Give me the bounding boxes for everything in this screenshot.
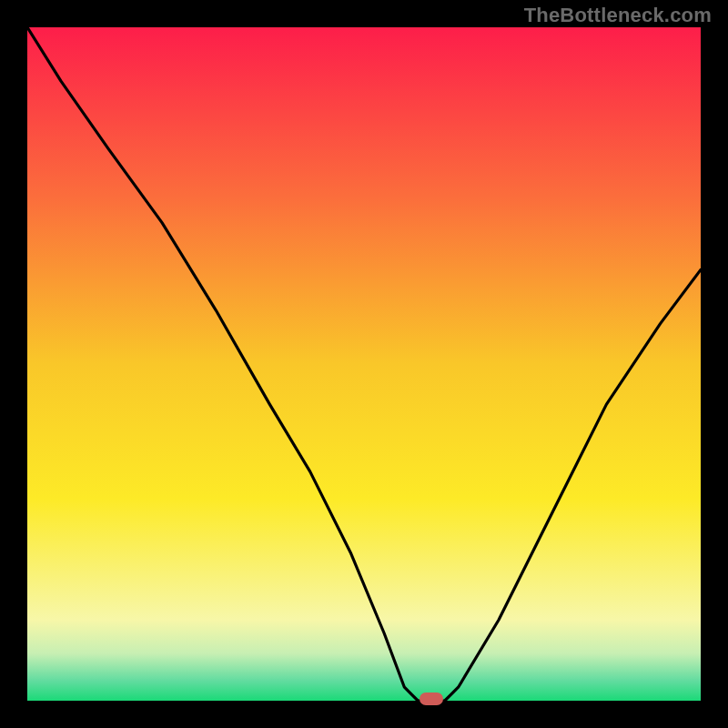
chart-plot <box>27 27 701 701</box>
optimal-marker <box>420 693 443 705</box>
watermark-text: TheBottleneck.com <box>524 4 712 27</box>
chart-background <box>27 27 701 701</box>
chart-frame: TheBottleneck.com <box>0 0 728 728</box>
